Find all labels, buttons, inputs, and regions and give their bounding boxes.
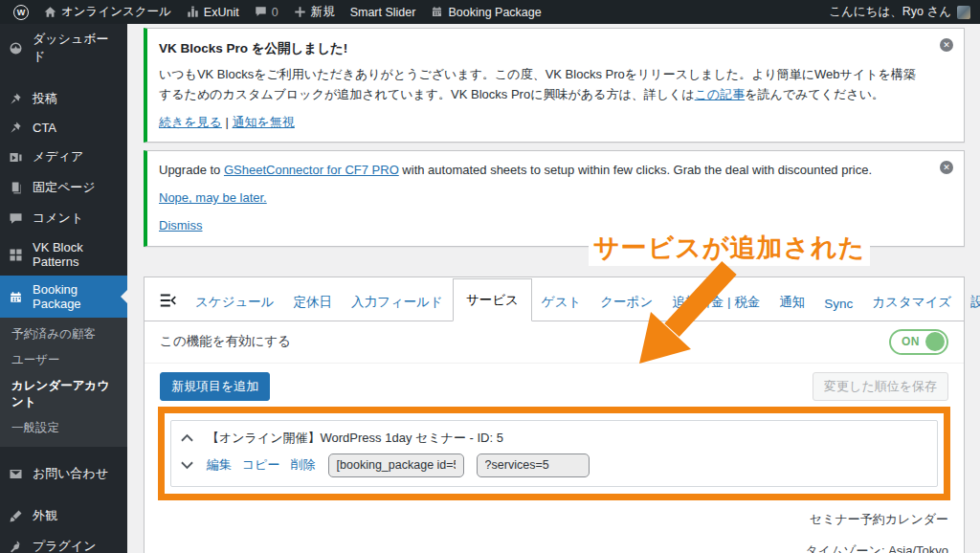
tab-bar: スケジュール 定休日 入力フィールド サービス ゲスト クーポン 追加料金 | … bbox=[145, 277, 964, 321]
sidebar-item-label: CTA bbox=[33, 121, 119, 135]
site-name-link[interactable]: オンラインスクール bbox=[36, 0, 179, 24]
enable-feature-row: この機能を有効にする ON bbox=[145, 321, 964, 364]
tab-services[interactable]: サービス bbox=[453, 278, 532, 321]
wordpress-logo-icon: W bbox=[13, 5, 29, 20]
comment-icon bbox=[9, 211, 24, 226]
toggle-state-label: ON bbox=[902, 335, 920, 348]
wordpress-admin-page: { "colors": { "annotation_orange": "#f28… bbox=[0, 0, 980, 553]
service-row-title: 【オンライン開催】WordPress 1day セミナー - ID: 5 bbox=[181, 430, 927, 447]
wordpress-menu[interactable]: W bbox=[6, 0, 36, 24]
enable-feature-label: この機能を有効にする bbox=[160, 333, 291, 350]
exunit-label: ExUnit bbox=[204, 6, 239, 19]
notice-title: VK Blocks Pro を公開しました! bbox=[159, 40, 925, 57]
sidebar-item-label: 外観 bbox=[33, 507, 119, 524]
service-list: 【オンライン開催】WordPress 1day セミナー - ID: 5 編集 … bbox=[170, 420, 938, 487]
pushpin-icon bbox=[9, 121, 24, 135]
notice-body-text: with automated sheets to setup within fe… bbox=[399, 163, 872, 177]
admin-bar: W オンラインスクール ExUnit 0 新規 Smart Slider Boo… bbox=[0, 0, 980, 24]
media-icon bbox=[9, 150, 24, 165]
url-param-input[interactable] bbox=[477, 453, 590, 477]
envelope-icon bbox=[9, 467, 24, 481]
sidebar-item-contact[interactable]: お問い合わせ bbox=[0, 458, 127, 489]
smart-slider-menu[interactable]: Smart Slider bbox=[343, 0, 424, 24]
booking-package-toolbar-menu[interactable]: Booking Package bbox=[423, 0, 548, 24]
user-greeting[interactable]: こんにちは、Ryo さん bbox=[829, 4, 951, 20]
dismiss-notice-icon[interactable]: ✕ bbox=[940, 161, 953, 174]
new-label: 新規 bbox=[311, 4, 335, 20]
submenu-item-reserved-customers[interactable]: 予約済みの顧客 bbox=[0, 321, 127, 347]
comments-count: 0 bbox=[272, 6, 278, 19]
sidebar-item-appearance[interactable]: 外観 bbox=[0, 500, 127, 531]
home-icon bbox=[44, 6, 56, 18]
service-action-links: 編集 コピー 削除 bbox=[207, 456, 316, 474]
notice-body: いつもVK Blocksをご利用いただきありがとうございます。この度、VK Bl… bbox=[159, 65, 925, 105]
sidebar-item-posts[interactable]: 投稿 bbox=[0, 83, 127, 114]
collapse-tabs-icon[interactable] bbox=[160, 294, 176, 307]
exunit-icon bbox=[187, 6, 199, 18]
grid-icon bbox=[9, 248, 24, 262]
dismiss-link[interactable]: Dismiss bbox=[159, 218, 203, 232]
dismiss-notice-icon[interactable]: ✕ bbox=[940, 38, 953, 52]
notice-links: 続きを見る | 通知を無視 bbox=[159, 113, 925, 133]
copy-link[interactable]: コピー bbox=[242, 456, 280, 474]
move-up-icon[interactable] bbox=[181, 433, 194, 442]
new-content-menu[interactable]: 新規 bbox=[286, 0, 343, 24]
sidebar-item-vk-block-patterns[interactable]: VK Block Patterns bbox=[0, 233, 127, 276]
tab-settings[interactable]: 設定 bbox=[961, 284, 980, 321]
move-down-icon[interactable] bbox=[181, 461, 194, 470]
sidebar-item-pages[interactable]: 固定ページ bbox=[0, 172, 127, 203]
ignore-notice-link[interactable]: 通知を無視 bbox=[233, 115, 295, 129]
submenu-item-calendar-account[interactable]: カレンダーアカウント bbox=[0, 373, 127, 415]
tab-holidays[interactable]: 定休日 bbox=[284, 284, 343, 321]
sidebar-item-label: VK Block Patterns bbox=[33, 240, 119, 269]
sidebar-item-label: ダッシュボード bbox=[33, 31, 119, 65]
exunit-menu[interactable]: ExUnit bbox=[179, 0, 247, 24]
delete-link[interactable]: 削除 bbox=[291, 456, 316, 474]
sidebar-item-booking-package[interactable]: Booking Package bbox=[0, 276, 127, 318]
comments-menu[interactable]: 0 bbox=[247, 0, 286, 24]
sidebar-item-dashboard[interactable]: ダッシュボード bbox=[0, 24, 127, 72]
actions-row: 新規項目を追加 変更した順位を保存 bbox=[145, 364, 964, 401]
save-order-button: 変更した順位を保存 bbox=[813, 372, 948, 401]
submenu-item-users[interactable]: ユーザー bbox=[0, 347, 127, 373]
gsheetconnector-link[interactable]: GSheetConnector for CF7 PRO bbox=[224, 163, 399, 177]
service-row-actions: 編集 コピー 削除 bbox=[181, 453, 927, 477]
article-link[interactable]: この記事 bbox=[695, 87, 746, 101]
notice-body-text: を読んでみてください。 bbox=[745, 87, 884, 101]
notice-body-text: Upgrade to bbox=[159, 163, 224, 177]
add-new-item-button[interactable]: 新規項目を追加 bbox=[160, 372, 270, 401]
notice-body: Upgrade to GSheetConnector for CF7 PRO w… bbox=[159, 161, 925, 181]
user-avatar[interactable] bbox=[957, 6, 970, 19]
pushpin-icon bbox=[9, 92, 24, 106]
sidebar-item-label: メディア bbox=[33, 148, 119, 166]
tab-customize[interactable]: カスタマイズ bbox=[862, 284, 961, 321]
sidebar-item-media[interactable]: メディア bbox=[0, 142, 127, 172]
edit-link[interactable]: 編集 bbox=[207, 456, 232, 474]
annotation-highlight-box: 【オンライン開催】WordPress 1day セミナー - ID: 5 編集 … bbox=[158, 407, 950, 500]
plus-icon bbox=[294, 6, 306, 18]
feature-toggle[interactable]: ON bbox=[889, 329, 948, 355]
link-separator: | bbox=[226, 115, 229, 129]
read-more-link[interactable]: 続きを見る bbox=[159, 115, 222, 129]
sidebar-item-label: プラグイン bbox=[33, 538, 119, 553]
booking-package-submenu: 予約済みの顧客 ユーザー カレンダーアカウント 一般設定 bbox=[0, 318, 127, 447]
tab-guests[interactable]: ゲスト bbox=[532, 284, 590, 321]
tab-schedule[interactable]: スケジュール bbox=[186, 284, 284, 321]
submenu-item-general-settings[interactable]: 一般設定 bbox=[0, 415, 127, 441]
comment-icon bbox=[255, 6, 267, 18]
sidebar-item-label: 固定ページ bbox=[33, 179, 119, 196]
calendar-icon bbox=[431, 6, 443, 18]
plugin-icon bbox=[9, 540, 24, 553]
shortcode-input[interactable] bbox=[328, 453, 464, 477]
site-name: オンラインスクール bbox=[61, 4, 171, 20]
tab-input-fields[interactable]: 入力フィールド bbox=[342, 284, 453, 321]
sidebar-item-cta[interactable]: CTA bbox=[0, 114, 127, 142]
pages-icon bbox=[9, 181, 24, 195]
sidebar-item-comments[interactable]: コメント bbox=[0, 203, 127, 233]
notice-vk-blocks-pro: VK Blocks Pro を公開しました! いつもVK Blocksをご利用い… bbox=[144, 28, 965, 143]
sidebar-item-plugins[interactable]: プラグイン bbox=[0, 531, 127, 553]
tab-notifications[interactable]: 通知 bbox=[769, 284, 814, 321]
sidebar-separator bbox=[0, 489, 127, 500]
tab-sync[interactable]: Sync bbox=[814, 287, 862, 321]
maybe-later-link[interactable]: Nope, may be later. bbox=[159, 190, 267, 205]
